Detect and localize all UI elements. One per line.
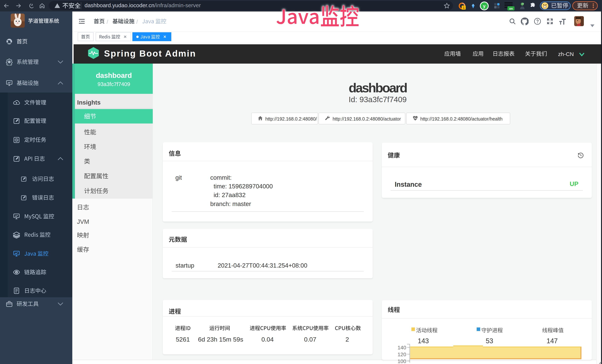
svg-text:1: 1	[463, 6, 465, 10]
svg-text:y: y	[483, 3, 485, 9]
svg-text:on: on	[509, 7, 513, 10]
